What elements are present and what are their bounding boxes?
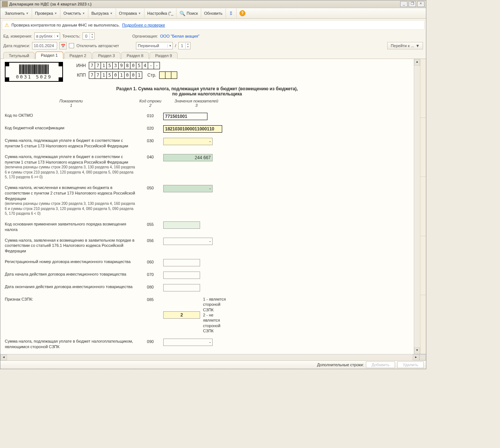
- value-input[interactable]: [163, 221, 200, 229]
- title-bar: Декларация по НДС (за 4 квартал 2023 г.)…: [0, 0, 426, 8]
- value-cell: 244 667: [163, 154, 230, 161]
- value-input[interactable]: 244 667: [163, 154, 213, 161]
- calendar-icon: 📅: [61, 44, 65, 48]
- value-cell: -: [163, 138, 230, 145]
- inn-row: ИНН 7715398054--: [74, 62, 177, 69]
- column-headers: Показатели1 Код строки2 Значения показат…: [5, 99, 409, 108]
- form-row-055: Код основания применения заявительного п…: [5, 221, 409, 232]
- warning-icon: ⚠: [4, 22, 9, 28]
- pin-icon: ⇕: [229, 10, 233, 16]
- kpp-cells[interactable]: 771501001: [89, 71, 142, 79]
- indicator-label: Сумма налога, подлежащая уплате в бюджет…: [5, 138, 137, 149]
- goto-button[interactable]: Перейти к ...▼: [387, 42, 423, 49]
- chevron-down-icon: ▼: [167, 44, 172, 48]
- value-input[interactable]: [163, 259, 200, 266]
- indicator-label: Сумма налога, подлежащая уплате в бюджет…: [5, 339, 137, 350]
- indicator-label: Сумма налога, исчисленная к возмещению и…: [5, 185, 137, 216]
- app-window: Декларация по НДС (за 4 квартал 2023 г.)…: [0, 0, 426, 369]
- add-row-button[interactable]: Добавить: [366, 361, 395, 368]
- scroll-left-button[interactable]: ◄: [0, 354, 7, 360]
- disable-autocalc-checkbox[interactable]: [69, 43, 74, 48]
- settings-button[interactable]: Настройка ("_: [144, 8, 177, 18]
- value-input[interactable]: [163, 272, 200, 279]
- tab-section2[interactable]: Раздел 2: [64, 52, 92, 59]
- line-code: 060: [137, 259, 163, 264]
- fill-button[interactable]: Заполнить▼: [2, 8, 32, 18]
- search-icon: 🔍: [179, 11, 185, 16]
- section-title: Раздел 1. Сумма налога, подлежащая уплат…: [5, 86, 409, 97]
- tab-section1[interactable]: Раздел 1: [35, 52, 63, 59]
- search-button[interactable]: 🔍Поиск: [176, 8, 201, 18]
- form-body: 0031 5029 ИНН 7715398054-- КПП 771501001…: [0, 59, 414, 354]
- maximize-button[interactable]: ❐: [409, 1, 416, 7]
- value-input[interactable]: [163, 284, 200, 291]
- vertical-scrollbar[interactable]: ▲ ▼: [414, 59, 420, 354]
- line-code: 070: [137, 272, 163, 277]
- indicator-label: Код по ОКТМО: [5, 113, 137, 118]
- delete-row-button[interactable]: Удалить: [397, 361, 424, 368]
- export-button[interactable]: Выгрузка▼: [88, 8, 116, 18]
- scroll-up-button[interactable]: ▲: [414, 59, 420, 66]
- main-toolbar: Заполнить▼ Проверка▼ Очистить▼ Выгрузка▼…: [0, 8, 426, 19]
- chevron-down-icon: ▼: [55, 35, 59, 38]
- form-row-050: Сумма налога, исчисленная к возмещению и…: [5, 185, 409, 216]
- scroll-down-button[interactable]: ▼: [414, 347, 420, 354]
- scroll-right-button[interactable]: ►: [413, 354, 419, 360]
- help-icon: ?: [239, 10, 245, 16]
- indicator-label: Дата начала действия договора инвестицио…: [5, 272, 137, 277]
- check-button[interactable]: Проверка▼: [32, 8, 60, 18]
- close-button[interactable]: ×: [417, 1, 424, 7]
- tab-section8[interactable]: Раздел 8: [121, 52, 149, 59]
- clear-button[interactable]: Очистить▼: [60, 8, 88, 18]
- inn-cells[interactable]: 7715398054--: [89, 62, 160, 69]
- tab-section3[interactable]: Раздел 3: [92, 52, 120, 59]
- tab-section9[interactable]: Раздел 9: [150, 52, 178, 59]
- unit-label: Ед. измерения:: [3, 34, 32, 38]
- page-cells[interactable]: [159, 71, 177, 79]
- line-code: 050: [137, 185, 163, 190]
- doctype-combo[interactable]: Первичный▼: [136, 42, 173, 49]
- precision-spinner[interactable]: 0▲▼: [83, 32, 95, 40]
- value-cell: [163, 221, 230, 229]
- copyno-spinner[interactable]: 1▲▼: [178, 42, 190, 49]
- indicator-label: Дата окончания действия договора инвести…: [5, 284, 137, 290]
- help-button[interactable]: ?: [237, 8, 248, 18]
- line-code: 030: [137, 138, 163, 143]
- side-folds[interactable]: [420, 59, 426, 354]
- calendar-button[interactable]: 📅: [59, 42, 67, 49]
- form-row-090: Сумма налога, подлежащая уплате в бюджет…: [5, 339, 409, 350]
- param-row-2: Дата подписи: 10.01.2024 📅 Отключить авт…: [0, 41, 426, 50]
- send-button[interactable]: Отправка▼: [116, 8, 144, 18]
- value-cell: [163, 259, 230, 266]
- indicator-label: Регистрационный номер договора инвестици…: [5, 259, 137, 265]
- line-code: 085: [137, 297, 163, 302]
- value-cell: 771501001: [163, 113, 230, 120]
- szpk-legend: 1 - является стороной СЗПК2 - не являетс…: [203, 297, 230, 333]
- value-input[interactable]: 18210301000011000110: [163, 125, 222, 133]
- value-input[interactable]: -: [163, 238, 213, 245]
- value-input[interactable]: -: [163, 339, 213, 346]
- form-row-085: Признак СЗПК:08521 - является стороной С…: [5, 297, 409, 333]
- window-title: Декларация по НДС (за 4 квартал 2023 г.): [9, 2, 400, 6]
- org-link[interactable]: ООО "Белая акация": [160, 34, 200, 38]
- form-row-060: Регистрационный номер договора инвестици…: [5, 259, 409, 266]
- minimize-button[interactable]: _: [400, 1, 408, 7]
- pin-button[interactable]: ⇕: [226, 8, 237, 18]
- value-cell: 21 - является стороной СЗПК2 - не являет…: [163, 297, 230, 333]
- indicator-label: Признак СЗПК:: [5, 297, 137, 302]
- tab-title[interactable]: Титульный: [3, 52, 35, 59]
- refresh-button[interactable]: Обновить: [201, 8, 226, 18]
- value-input[interactable]: -: [163, 138, 213, 145]
- value-input[interactable]: 2: [163, 311, 200, 319]
- warning-link[interactable]: Подробнее о проверке: [122, 23, 165, 27]
- warning-text: Проверка контрагентов по данным ФНС не в…: [11, 23, 120, 27]
- value-input[interactable]: -: [163, 185, 213, 192]
- unit-combo[interactable]: в рублях▼: [34, 32, 60, 40]
- indicator-label: Сумма налога, подлежащая уплате в бюджет…: [5, 154, 137, 180]
- value-input[interactable]: 771501001: [163, 113, 207, 120]
- value-cell: [163, 272, 230, 279]
- org-label: Организация:: [132, 34, 158, 38]
- horizontal-scrollbar[interactable]: ◄ ►: [0, 354, 426, 360]
- signdate-input[interactable]: 10.01.2024: [32, 42, 57, 49]
- form-row-030: Сумма налога, подлежащая уплате в бюджет…: [5, 138, 409, 149]
